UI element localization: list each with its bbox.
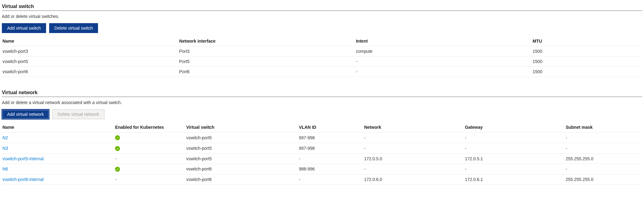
cell-mtu: 1500 bbox=[532, 46, 642, 57]
cell-intent: - bbox=[355, 67, 532, 77]
delete-virtual-network-button: Delete virtual network bbox=[52, 109, 104, 119]
cell-enabled-for-kubernetes bbox=[114, 164, 186, 174]
col-gateway[interactable]: Gateway bbox=[464, 122, 565, 132]
cell-vlan-id: 997-998 bbox=[298, 143, 364, 153]
delete-virtual-switch-button[interactable]: Delete virtual switch bbox=[49, 23, 98, 33]
col-name[interactable]: Name bbox=[2, 36, 179, 46]
cell-name: vswitch-port6 bbox=[2, 67, 179, 77]
cell-intent: compute bbox=[355, 46, 532, 57]
cell-virtual-switch: vswitch-port5 bbox=[186, 143, 298, 153]
col-name[interactable]: Name bbox=[2, 122, 114, 132]
cell-network: - bbox=[364, 143, 464, 153]
cell-network: - bbox=[364, 164, 464, 174]
cell-enabled-for-kubernetes bbox=[114, 132, 186, 143]
cell-intent: - bbox=[355, 57, 532, 67]
cell-enabled-for-kubernetes bbox=[114, 143, 186, 153]
cell-network: - bbox=[364, 132, 464, 143]
cell-gateway: - bbox=[464, 164, 565, 174]
cell-name-link[interactable]: vswitch-port5-internal bbox=[2, 153, 114, 164]
table-row[interactable]: N6vswitch-port6988-996--- bbox=[2, 164, 642, 174]
virtual-network-table: Name Enabled for Kubernetes Virtual swit… bbox=[2, 122, 642, 185]
cell-name-link[interactable]: N3 bbox=[2, 143, 114, 153]
col-intent[interactable]: Intent bbox=[355, 36, 532, 46]
cell-gateway: 172.0.5.1 bbox=[464, 153, 565, 164]
table-row[interactable]: vswitch-port6Port6-1500 bbox=[2, 67, 642, 77]
table-row[interactable]: N3vswitch-port5997-998--- bbox=[2, 143, 642, 153]
table-row[interactable]: vswitch-port5-internal-vswitch-port5-172… bbox=[2, 153, 642, 164]
cell-virtual-switch: vswitch-port5 bbox=[186, 132, 298, 143]
cell-vlan-id: 997-998 bbox=[298, 132, 364, 143]
cell-subnet-mask: - bbox=[565, 132, 642, 143]
table-row[interactable]: N2vswitch-port5997-998--- bbox=[2, 132, 642, 143]
cell-network-interface: Port3 bbox=[179, 46, 356, 57]
cell-mtu: 1500 bbox=[532, 57, 642, 67]
cell-network-interface: Port5 bbox=[179, 57, 356, 67]
check-circle-icon bbox=[115, 135, 120, 140]
cell-virtual-switch: vswitch-port6 bbox=[186, 164, 298, 174]
cell-name-link[interactable]: N2 bbox=[2, 132, 114, 143]
cell-network-interface: Port6 bbox=[179, 67, 356, 77]
virtual-network-description: Add or delete a virtual network associat… bbox=[2, 100, 642, 105]
cell-vlan-id: - bbox=[298, 174, 364, 184]
table-row[interactable]: vswitch-port5Port5-1500 bbox=[2, 57, 642, 67]
col-mtu[interactable]: MTU bbox=[532, 36, 642, 46]
cell-name-link[interactable]: N6 bbox=[2, 164, 114, 174]
cell-network: 172.0.6.0 bbox=[364, 174, 464, 184]
cell-gateway: - bbox=[464, 143, 565, 153]
table-row[interactable]: vswitch-port6-internal-vswitch-port6-172… bbox=[2, 174, 642, 184]
col-vlan-id[interactable]: VLAN ID bbox=[298, 122, 364, 132]
check-circle-icon bbox=[115, 146, 120, 151]
cell-enabled-for-kubernetes: - bbox=[114, 174, 186, 184]
cell-mtu: 1500 bbox=[532, 67, 642, 77]
table-row[interactable]: vswitch-port3Port3compute1500 bbox=[2, 46, 642, 57]
cell-vlan-id: 988-996 bbox=[298, 164, 364, 174]
col-virtual-switch[interactable]: Virtual switch bbox=[186, 122, 298, 132]
cell-name: vswitch-port5 bbox=[2, 57, 179, 67]
cell-vlan-id: - bbox=[298, 153, 364, 164]
cell-network: 172.0.5.0 bbox=[364, 153, 464, 164]
cell-virtual-switch: vswitch-port5 bbox=[186, 153, 298, 164]
col-network[interactable]: Network bbox=[364, 122, 464, 132]
cell-name-link[interactable]: vswitch-port6-internal bbox=[2, 174, 114, 184]
virtual-switch-heading: Virtual switch bbox=[2, 4, 642, 11]
cell-gateway: 172.0.6.1 bbox=[464, 174, 565, 184]
check-circle-icon bbox=[115, 167, 120, 172]
cell-subnet-mask: 255.255.255.0 bbox=[565, 174, 642, 184]
add-virtual-network-button[interactable]: Add virtual network bbox=[2, 109, 49, 119]
cell-subnet-mask: 255.255.255.0 bbox=[565, 153, 642, 164]
cell-virtual-switch: vswitch-port6 bbox=[186, 174, 298, 184]
col-network-interface[interactable]: Network interface bbox=[179, 36, 356, 46]
add-virtual-switch-button[interactable]: Add virtual switch bbox=[2, 23, 46, 33]
col-subnet-mask[interactable]: Subnet mask bbox=[565, 122, 642, 132]
col-enabled-for-kubernetes[interactable]: Enabled for Kubernetes bbox=[114, 122, 186, 132]
cell-enabled-for-kubernetes: - bbox=[114, 153, 186, 164]
virtual-switch-description: Add or delete virtual switches. bbox=[2, 14, 642, 19]
virtual-switch-table: Name Network interface Intent MTU vswitc… bbox=[2, 36, 642, 77]
cell-name: vswitch-port3 bbox=[2, 46, 179, 57]
virtual-network-heading: Virtual network bbox=[2, 90, 642, 97]
cell-subnet-mask: - bbox=[565, 164, 642, 174]
cell-subnet-mask: - bbox=[565, 143, 642, 153]
cell-gateway: - bbox=[464, 132, 565, 143]
